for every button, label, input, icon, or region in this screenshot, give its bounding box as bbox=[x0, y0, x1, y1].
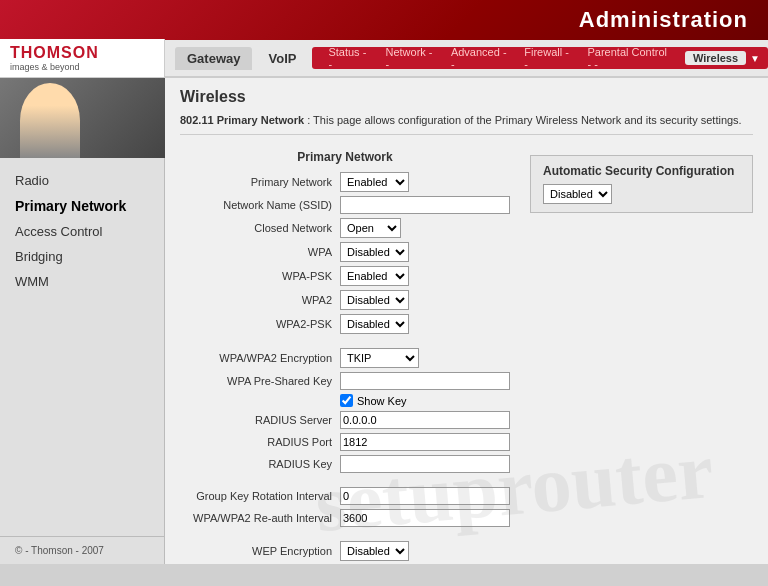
auto-security-title: Automatic Security Configuration bbox=[543, 164, 740, 178]
row-wpa2: WPA2 DisabledEnabled bbox=[180, 290, 510, 310]
main-layout: Radio Primary Network Access Control Bri… bbox=[0, 78, 768, 564]
row-network-name: Network Name (SSID) bbox=[180, 196, 510, 214]
tab-voip[interactable]: VoIP bbox=[256, 47, 308, 70]
row-radius-port: RADIUS Port bbox=[180, 433, 510, 451]
brand-name: THOMSON bbox=[10, 44, 99, 61]
content-area: Wireless 802.11 Primary Network : This p… bbox=[165, 78, 768, 564]
sidebar-nav: Radio Primary Network Access Control Bri… bbox=[0, 158, 164, 536]
sidebar: Radio Primary Network Access Control Bri… bbox=[0, 78, 165, 564]
section-heading: Primary Network bbox=[180, 150, 510, 164]
label-radius-key: RADIUS Key bbox=[180, 458, 340, 470]
select-wpa-psk[interactable]: EnabledDisabled bbox=[340, 266, 409, 286]
page-title: Wireless bbox=[180, 88, 753, 106]
sidebar-photo bbox=[0, 78, 165, 158]
auto-security-box: Automatic Security Configuration Disable… bbox=[530, 155, 753, 213]
row-primary-network: Primary Network EnabledDisabled bbox=[180, 172, 510, 192]
sidebar-item-radio[interactable]: Radio bbox=[0, 168, 164, 193]
select-wpa2[interactable]: DisabledEnabled bbox=[340, 290, 409, 310]
select-closed-network[interactable]: OpenClosed bbox=[340, 218, 401, 238]
row-wpa-psk: WPA-PSK EnabledDisabled bbox=[180, 266, 510, 286]
label-wpa: WPA bbox=[180, 246, 340, 258]
label-wep-encryption: WEP Encryption bbox=[180, 545, 340, 557]
label-wpa-wpa2-encryption: WPA/WPA2 Encryption bbox=[180, 352, 340, 364]
row-wep-encryption: WEP Encryption Disabled64-bit128-bit bbox=[180, 541, 510, 561]
label-radius-port: RADIUS Port bbox=[180, 436, 340, 448]
form-left: Primary Network Primary Network EnabledD… bbox=[180, 150, 510, 564]
row-wpa-wpa2-reauth: WPA/WPA2 Re-auth Interval bbox=[180, 509, 510, 527]
sidebar-item-wmm[interactable]: WMM bbox=[0, 269, 164, 294]
row-wpa2-psk: WPA2-PSK DisabledEnabled bbox=[180, 314, 510, 334]
row-wpa-wpa2-encryption: WPA/WPA2 Encryption TKIPAESTKIP+AES bbox=[180, 348, 510, 368]
tab-gateway[interactable]: Gateway bbox=[175, 47, 252, 70]
sub-nav-firewall[interactable]: Firewall - bbox=[516, 46, 579, 70]
label-primary-network: Primary Network bbox=[180, 176, 340, 188]
row-wpa: WPA DisabledEnabled bbox=[180, 242, 510, 262]
sub-nav-arrow: ▼ bbox=[750, 53, 760, 64]
input-group-key-rotation[interactable] bbox=[340, 487, 510, 505]
header-title: Administration bbox=[579, 7, 748, 33]
checkbox-show-key[interactable] bbox=[340, 394, 353, 407]
row-wpa-pre-shared-key: WPA Pre-Shared Key bbox=[180, 372, 510, 390]
input-wpa-wpa2-reauth[interactable] bbox=[340, 509, 510, 527]
sub-nav-advanced[interactable]: Advanced - bbox=[443, 46, 516, 70]
label-wpa-wpa2-reauth: WPA/WPA2 Re-auth Interval bbox=[180, 512, 340, 524]
sub-nav-network[interactable]: Network - bbox=[377, 46, 442, 70]
label-show-key: Show Key bbox=[357, 395, 407, 407]
row-group-key-rotation: Group Key Rotation Interval bbox=[180, 487, 510, 505]
label-radius-server: RADIUS Server bbox=[180, 414, 340, 426]
page-description: 802.11 Primary Network : This page allow… bbox=[180, 114, 753, 135]
input-network-name[interactable] bbox=[340, 196, 510, 214]
sidebar-photo-person bbox=[20, 83, 80, 158]
page-description-text: : This page allows configuration of the … bbox=[307, 114, 741, 126]
select-wep-encryption[interactable]: Disabled64-bit128-bit bbox=[340, 541, 409, 561]
page-description-label: 802.11 Primary Network bbox=[180, 114, 304, 126]
input-radius-server[interactable] bbox=[340, 411, 510, 429]
row-show-key: Show Key bbox=[180, 394, 510, 407]
form-right: Automatic Security Configuration Disable… bbox=[530, 150, 753, 564]
sub-nav-wireless[interactable]: Wireless bbox=[685, 51, 746, 65]
input-wpa-pre-shared-key[interactable] bbox=[340, 372, 510, 390]
sidebar-item-primary-network[interactable]: Primary Network bbox=[0, 193, 164, 219]
label-wpa2: WPA2 bbox=[180, 294, 340, 306]
brand-tagline: images & beyond bbox=[10, 62, 99, 72]
label-wpa-pre-shared-key: WPA Pre-Shared Key bbox=[180, 375, 340, 387]
form-section: Primary Network Primary Network EnabledD… bbox=[180, 150, 753, 564]
sub-nav-status[interactable]: Status - bbox=[320, 46, 377, 70]
sidebar-item-access-control[interactable]: Access Control bbox=[0, 219, 164, 244]
row-radius-key: RADIUS Key bbox=[180, 455, 510, 473]
sub-nav-parental[interactable]: Parental Control - bbox=[579, 46, 680, 70]
sidebar-item-bridging[interactable]: Bridging bbox=[0, 244, 164, 269]
sub-nav: Status - Network - Advanced - Firewall -… bbox=[312, 47, 768, 69]
content-wrapper: Wireless 802.11 Primary Network : This p… bbox=[180, 88, 753, 564]
select-primary-network[interactable]: EnabledDisabled bbox=[340, 172, 409, 192]
label-wpa2-psk: WPA2-PSK bbox=[180, 318, 340, 330]
logo-nav-bar: THOMSON images & beyond Gateway VoIP Sta… bbox=[0, 40, 768, 78]
select-auto-security[interactable]: DisabledEnabled bbox=[543, 184, 612, 204]
label-group-key-rotation: Group Key Rotation Interval bbox=[180, 490, 340, 502]
select-wpa2-psk[interactable]: DisabledEnabled bbox=[340, 314, 409, 334]
select-wpa[interactable]: DisabledEnabled bbox=[340, 242, 409, 262]
label-closed-network: Closed Network bbox=[180, 222, 340, 234]
input-radius-port[interactable] bbox=[340, 433, 510, 451]
row-radius-server: RADIUS Server bbox=[180, 411, 510, 429]
label-network-name: Network Name (SSID) bbox=[180, 199, 340, 211]
row-closed-network: Closed Network OpenClosed bbox=[180, 218, 510, 238]
logo: THOMSON images & beyond bbox=[10, 44, 99, 72]
sidebar-footer: © - Thomson - 2007 bbox=[0, 536, 164, 564]
header: Administration bbox=[0, 0, 768, 40]
input-radius-key[interactable] bbox=[340, 455, 510, 473]
logo-area: THOMSON images & beyond bbox=[0, 39, 165, 77]
select-wpa-wpa2-encryption[interactable]: TKIPAESTKIP+AES bbox=[340, 348, 419, 368]
label-wpa-psk: WPA-PSK bbox=[180, 270, 340, 282]
top-nav: Gateway VoIP Status - Network - Advanced… bbox=[165, 47, 768, 70]
